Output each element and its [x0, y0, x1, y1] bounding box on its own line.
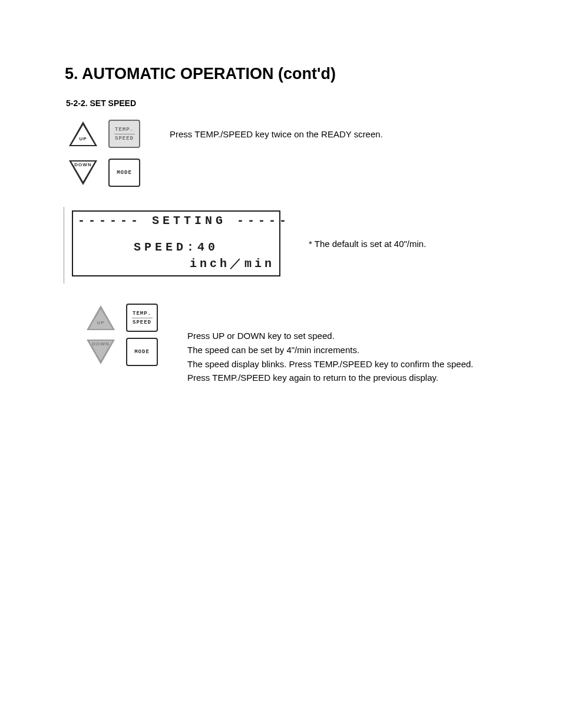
- temp-speed-key-line2: SPEED: [133, 319, 151, 325]
- mode-key-label: MODE: [117, 170, 132, 176]
- lcd-default-note: * The default is set at 40"/min.: [309, 239, 426, 249]
- manual-page: 5. AUTOMATIC OPERATION (cont'd) 5-2-2. S…: [0, 0, 562, 728]
- step-2-line-1: Press UP or DOWN key to set speed.: [187, 330, 474, 342]
- temp-speed-key-line2: SPEED: [115, 136, 134, 141]
- step-2-line-2: The speed can be set by 4"/min increment…: [187, 344, 474, 357]
- step-1-block: UP TEMP. SPEED DOWN MODE Press TEMP./SPE…: [65, 120, 503, 187]
- temp-speed-key-line1: TEMP.: [115, 127, 134, 133]
- up-key-icon: UP: [68, 120, 98, 148]
- up-key-label: UP: [79, 136, 87, 141]
- down-key-label: DOWN: [74, 162, 91, 167]
- down-key-icon: DOWN: [68, 159, 98, 187]
- mode-key-icon: MODE: [126, 338, 158, 366]
- lcd-line-3: inch／min: [78, 255, 275, 271]
- page-title: 5. AUTOMATIC OPERATION (cont'd): [65, 65, 503, 83]
- down-key-icon: DOWN: [86, 338, 115, 366]
- up-key-label: UP: [97, 320, 104, 325]
- lcd-block: ------ SETTING ----- SPEED:40 inch／min *…: [72, 210, 503, 276]
- lcd-frame: ------ SETTING ----- SPEED:40 inch／min: [72, 210, 280, 276]
- down-key-label: DOWN: [92, 341, 109, 347]
- keypad-figure-1: UP TEMP. SPEED DOWN MODE: [68, 120, 140, 187]
- mode-key-label: MODE: [134, 349, 150, 355]
- step-2-line-4: Press TEMP./SPEED key again to return to…: [187, 371, 474, 384]
- lcd-line-1: ------ SETTING -----: [78, 214, 275, 228]
- mode-key-icon: MODE: [108, 159, 140, 187]
- temp-speed-key-icon: TEMP. SPEED: [108, 120, 140, 148]
- up-key-icon: UP: [86, 304, 115, 332]
- temp-speed-key-icon: TEMP. SPEED: [126, 304, 158, 332]
- step-2-block: UP TEMP. SPEED DOWN MODE Press UP or D: [82, 304, 503, 386]
- step-1-text: Press TEMP./SPEED key twice on the READY…: [170, 128, 383, 141]
- step-2-text: Press UP or DOWN key to set speed. The s…: [187, 330, 474, 386]
- subsection-heading: 5-2-2. SET SPEED: [66, 98, 503, 108]
- lcd-line-2: SPEED:40: [78, 241, 275, 254]
- temp-speed-key-line1: TEMP.: [133, 311, 151, 317]
- keypad-figure-2: UP TEMP. SPEED DOWN MODE: [86, 304, 158, 366]
- step-2-line-3: The speed display blinks. Press TEMP./SP…: [187, 358, 474, 371]
- lcd-screen: ------ SETTING ----- SPEED:40 inch／min: [72, 210, 280, 276]
